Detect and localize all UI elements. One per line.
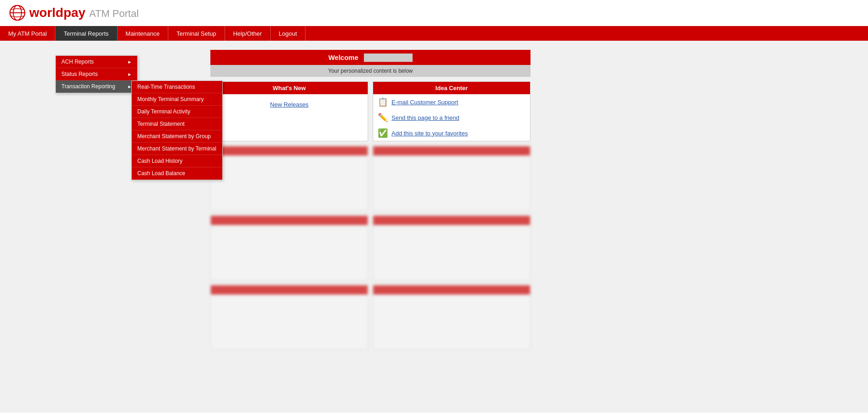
worldpay-logo-icon bbox=[9, 5, 26, 21]
blurred-panel-3 bbox=[210, 215, 368, 280]
add-favorites-link[interactable]: Add this site to your favorites bbox=[391, 130, 468, 137]
idea-center-body: 📋 E-mail Customer Support ✏️ Send this p… bbox=[373, 94, 530, 141]
blurred-row-1 bbox=[210, 146, 530, 211]
top-panels: What's New New Releases Idea Center 📋 E-… bbox=[210, 81, 530, 141]
idea-send-page: ✏️ Send this page to a friend bbox=[373, 110, 530, 125]
email-icon: 📋 bbox=[378, 97, 388, 107]
welcome-subtitle: Your personalized content is below bbox=[210, 65, 530, 77]
blurred-panel-4 bbox=[373, 215, 530, 280]
submenu-merchant-statement-group[interactable]: Merchant Statement by Group bbox=[132, 130, 222, 143]
submenu-merchant-statement-terminal[interactable]: Merchant Statement by Terminal bbox=[132, 143, 222, 155]
main-content: Welcome ██████████ Your personalized con… bbox=[0, 41, 868, 413]
welcome-username: ██████████ bbox=[364, 54, 413, 61]
pencil-icon: ✏️ bbox=[378, 113, 388, 123]
blurred-panel-6 bbox=[373, 285, 530, 350]
nav-help-other[interactable]: Help/Other bbox=[225, 26, 271, 41]
submenu-monthly-terminal-summary[interactable]: Monthly Terminal Summary bbox=[132, 93, 222, 106]
welcome-section: Welcome ██████████ Your personalized con… bbox=[210, 50, 530, 350]
welcome-bar: Welcome ██████████ bbox=[210, 50, 530, 65]
dropdown-transaction-reporting[interactable]: Transaction Reporting ► Real-Time Transa… bbox=[56, 80, 137, 93]
submenu-real-time-transactions[interactable]: Real-Time Transactions bbox=[132, 81, 222, 93]
idea-add-favorites: ✅ Add this site to your favorites bbox=[373, 125, 530, 141]
email-support-link[interactable]: E-mail Customer Support bbox=[391, 99, 458, 106]
submenu-cash-load-history[interactable]: Cash Load History bbox=[132, 155, 222, 167]
terminal-reports-menu: ACH Reports ► Status Reports ► Transacti… bbox=[55, 55, 138, 93]
nav-terminal-reports[interactable]: Terminal Reports ACH Reports ► Status Re… bbox=[55, 26, 117, 41]
logo-brand-text: worldpayATM Portal bbox=[29, 5, 139, 20]
blurred-row-3 bbox=[210, 285, 530, 350]
submenu-cash-load-balance[interactable]: Cash Load Balance bbox=[132, 167, 222, 180]
idea-email-support: 📋 E-mail Customer Support bbox=[373, 94, 530, 110]
new-releases-link[interactable]: New Releases bbox=[270, 101, 309, 108]
nav-my-atm-portal[interactable]: My ATM Portal bbox=[0, 26, 55, 41]
blurred-panel-5 bbox=[210, 285, 368, 350]
transaction-reporting-submenu: Real-Time Transactions Monthly Terminal … bbox=[131, 80, 223, 180]
logo-brand-red: worldpay bbox=[29, 5, 86, 20]
whats-new-panel: What's New New Releases bbox=[210, 81, 368, 141]
blurred-panel-2 bbox=[373, 146, 530, 211]
dropdown-status-reports[interactable]: Status Reports ► bbox=[56, 68, 137, 80]
submenu-daily-terminal-activity[interactable]: Daily Terminal Activity bbox=[132, 106, 222, 118]
dropdown-ach-reports[interactable]: ACH Reports ► bbox=[56, 56, 137, 68]
send-page-link[interactable]: Send this page to a friend bbox=[391, 114, 459, 121]
blurred-row-2 bbox=[210, 215, 530, 280]
nav-logout[interactable]: Logout bbox=[271, 26, 306, 41]
ach-arrow-icon: ► bbox=[127, 59, 132, 64]
checkmark-icon: ✅ bbox=[378, 128, 388, 138]
idea-center-header: Idea Center bbox=[373, 82, 530, 94]
blurred-panel-1 bbox=[210, 146, 368, 211]
idea-center-panel: Idea Center 📋 E-mail Customer Support ✏️… bbox=[373, 81, 530, 141]
nav-terminal-setup[interactable]: Terminal Setup bbox=[168, 26, 225, 41]
submenu-terminal-statement[interactable]: Terminal Statement bbox=[132, 118, 222, 130]
header: worldpayATM Portal bbox=[0, 0, 868, 26]
whats-new-body: New Releases bbox=[211, 94, 368, 131]
logo: worldpayATM Portal bbox=[9, 5, 139, 21]
nav-maintenance[interactable]: Maintenance bbox=[118, 26, 168, 41]
logo-subtitle-text: ATM Portal bbox=[89, 8, 139, 19]
navbar: My ATM Portal Terminal Reports ACH Repor… bbox=[0, 26, 868, 41]
whats-new-header: What's New bbox=[211, 82, 368, 94]
status-arrow-icon: ► bbox=[127, 72, 132, 77]
